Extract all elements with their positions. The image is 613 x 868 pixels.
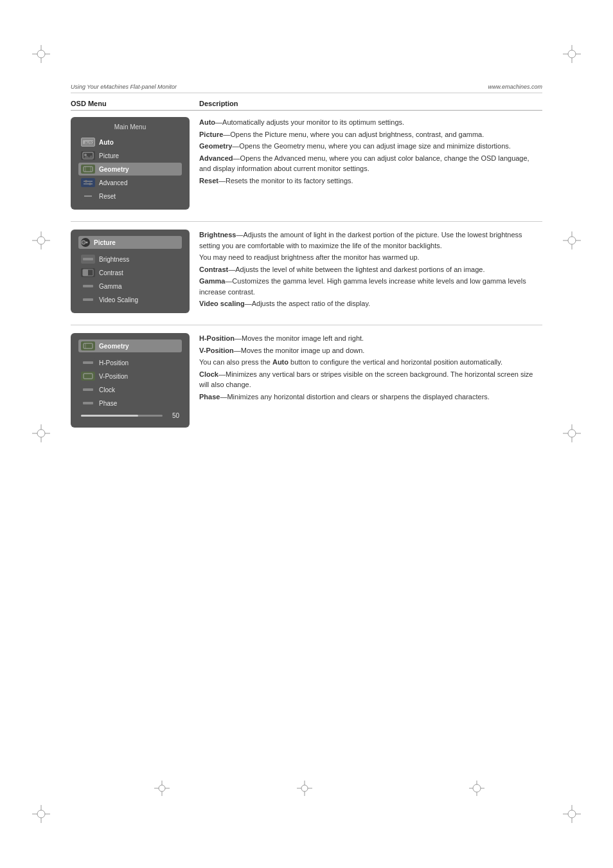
phase-icon xyxy=(81,399,95,408)
svg-point-76 xyxy=(473,784,481,792)
vpos-bold: V-Position xyxy=(199,347,234,354)
clock-text: —Minimizes any vertical bars or stripes … xyxy=(199,370,533,389)
advanced-desc-bold: Advanced xyxy=(199,154,233,162)
osd-item-auto[interactable]: AUTO Auto xyxy=(78,136,182,149)
main-menu-description: Auto—Automatically adjusts your monitor … xyxy=(199,117,542,187)
geometry-desc-text: —Opens the Geometry menu, where you can … xyxy=(232,142,510,150)
svg-rect-63 xyxy=(84,374,93,379)
bottom-crosshair-center xyxy=(297,781,312,797)
osd-item-geometry-header[interactable]: Geometry xyxy=(78,339,182,352)
corner-mark-bl xyxy=(32,805,50,823)
svg-text:AUTO: AUTO xyxy=(85,141,94,145)
vpos-text: —Moves the monitor image up and down. xyxy=(234,347,365,354)
vpos-note-bold: Auto xyxy=(272,358,289,366)
brightness-bold: Brightness xyxy=(199,231,236,239)
svg-rect-58 xyxy=(83,285,93,287)
geometry-menu-box: Geometry H-Position V-Position xyxy=(71,333,190,428)
gamma-icon xyxy=(81,282,95,291)
osd-item-picture-header[interactable]: Picture xyxy=(78,236,182,249)
svg-point-20 xyxy=(37,237,45,244)
corner-mark-ml xyxy=(32,231,50,249)
corner-mark-ml2 xyxy=(32,424,50,442)
svg-rect-62 xyxy=(83,361,93,364)
geometry-icon xyxy=(81,165,95,174)
osd-geometry-menu-title: Geometry xyxy=(99,343,129,350)
osd-item-picture[interactable]: Picture xyxy=(78,149,182,162)
corner-mark-mr xyxy=(563,231,581,249)
advanced-desc-text: —Opens the Advanced menu, where you can … xyxy=(199,154,529,173)
v-position-icon xyxy=(81,372,95,381)
corner-mark-br xyxy=(563,805,581,823)
slider-row: 50 xyxy=(78,410,182,421)
svg-point-53 xyxy=(82,240,85,244)
svg-rect-55 xyxy=(83,258,93,260)
corner-mark-mr2 xyxy=(563,424,581,442)
col-desc-header: Description xyxy=(199,100,542,107)
svg-point-54 xyxy=(86,242,88,244)
osd-v-position-label: V-Position xyxy=(99,373,128,380)
osd-item-video-scaling[interactable]: Video Scaling xyxy=(78,293,182,306)
clock-bold: Clock xyxy=(199,370,218,378)
picture-icon xyxy=(81,151,95,160)
slider-track[interactable] xyxy=(81,415,163,417)
osd-picture-label: Picture xyxy=(99,152,119,159)
auto-desc-text: —Automatically adjusts your monitor to i… xyxy=(215,118,404,126)
reset-desc-text: —Resets the monitor to its factory setti… xyxy=(218,177,353,185)
picture-menu-box-container: Picture Brightness Contrast xyxy=(71,230,199,313)
header-right: www.emachines.com xyxy=(488,84,542,90)
osd-auto-label: Auto xyxy=(99,139,114,146)
osd-phase-label: Phase xyxy=(99,400,117,407)
auto-icon: AUTO xyxy=(81,138,95,147)
osd-item-contrast[interactable]: Contrast xyxy=(78,266,182,279)
geometry-desc-bold: Geometry xyxy=(199,142,232,150)
main-menu-title: Main Menu xyxy=(78,123,182,131)
osd-item-gamma[interactable]: Gamma xyxy=(78,280,182,293)
picture-header-icon xyxy=(81,238,90,247)
osd-video-scaling-label: Video Scaling xyxy=(99,296,138,303)
contrast-text: —Adjusts the level of white between the … xyxy=(228,266,484,273)
picture-desc-text: —Opens the Picture menu, where you can a… xyxy=(223,131,484,138)
svg-point-51 xyxy=(89,183,91,185)
osd-clock-label: Clock xyxy=(99,386,115,393)
svg-point-66 xyxy=(159,785,165,791)
svg-point-30 xyxy=(37,429,45,437)
col-menu-header: OSD Menu xyxy=(71,100,199,107)
svg-point-50 xyxy=(85,180,87,183)
geometry-menu-box-container: Geometry H-Position V-Position xyxy=(71,333,199,428)
osd-h-position-label: H-Position xyxy=(99,359,129,366)
video-scaling-text: —Adjusts the aspect ratio of the display… xyxy=(245,300,370,307)
osd-item-clock[interactable]: Clock xyxy=(78,383,182,396)
osd-item-geometry[interactable]: Geometry xyxy=(78,163,182,176)
geometry-header-icon xyxy=(81,341,95,350)
svg-point-5 xyxy=(568,50,576,58)
picture-menu-description: Brightness—Adjusts the amount of light i… xyxy=(199,230,542,311)
osd-item-phase[interactable]: Phase xyxy=(78,397,182,410)
osd-item-reset[interactable]: Reset xyxy=(78,190,182,203)
svg-point-0 xyxy=(37,50,45,58)
corner-mark-tr xyxy=(563,45,581,63)
osd-item-brightness[interactable]: Brightness xyxy=(78,253,182,266)
brightness-note: You may need to readjust brightness afte… xyxy=(199,252,542,263)
h-position-icon xyxy=(81,358,95,367)
brightness-icon xyxy=(81,255,95,264)
hpos-text: —Moves the monitor image left and right. xyxy=(235,334,364,342)
osd-geometry-label: Geometry xyxy=(99,166,129,173)
table-row-picture-menu: Picture Brightness Contrast xyxy=(71,230,542,313)
osd-item-v-position[interactable]: V-Position xyxy=(78,370,182,383)
svg-point-15 xyxy=(568,810,576,818)
table-row-main-menu: Main Menu AUTO Auto Picture xyxy=(71,117,542,210)
main-content: OSD Menu Description Main Menu AUTO Auto… xyxy=(71,100,542,439)
bottom-crosshair-right xyxy=(469,781,484,797)
osd-contrast-label: Contrast xyxy=(99,269,123,276)
osd-item-h-position[interactable]: H-Position xyxy=(78,356,182,369)
reset-desc-bold: Reset xyxy=(199,177,218,185)
geometry-menu-description: H-Position—Moves the monitor image left … xyxy=(199,333,542,403)
contrast-icon xyxy=(81,268,95,277)
table-header: OSD Menu Description xyxy=(71,100,542,111)
gamma-bold: Gamma xyxy=(199,277,225,285)
svg-rect-60 xyxy=(84,343,93,348)
contrast-bold: Contrast xyxy=(199,266,228,273)
svg-rect-57 xyxy=(83,269,88,276)
osd-item-advanced[interactable]: Advanced xyxy=(78,176,182,189)
table-row-geometry-menu: Geometry H-Position V-Position xyxy=(71,333,542,428)
